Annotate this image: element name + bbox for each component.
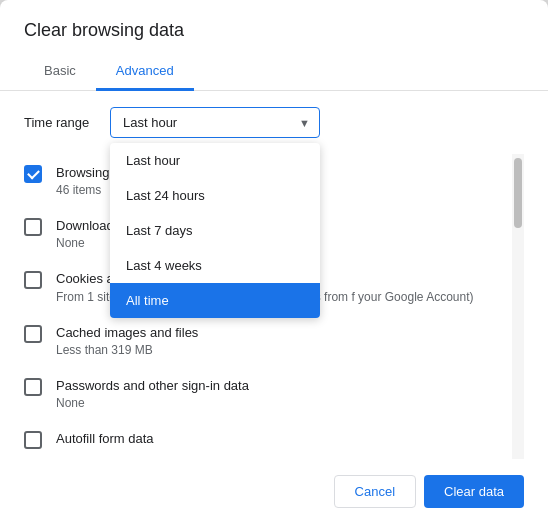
tab-bar: Basic Advanced [0, 53, 548, 91]
checkbox-label-autofill: Autofill form data [56, 430, 512, 448]
checkbox-text-cached-images: Cached images and files Less than 319 MB [56, 324, 512, 357]
clear-browsing-data-dialog: Clear browsing data Basic Advanced Time … [0, 0, 548, 514]
checkbox-sub-passwords: None [56, 396, 512, 410]
dialog-footer: Cancel Clear data [0, 459, 548, 514]
checkbox-label-cached-images: Cached images and files [56, 324, 512, 342]
checkbox-sub-cached-images: Less than 319 MB [56, 343, 512, 357]
option-last-24-hours[interactable]: Last 24 hours [110, 178, 320, 213]
time-range-row: Time range Last hour ▼ Last hour Last 24… [24, 107, 524, 138]
checkbox-passwords[interactable] [24, 378, 42, 396]
checkbox-download-history[interactable] [24, 218, 42, 236]
scroll-thumb [514, 158, 522, 228]
option-last-4-weeks[interactable]: Last 4 weeks [110, 248, 320, 283]
scrollbar[interactable] [512, 154, 524, 459]
dialog-title: Clear browsing data [0, 0, 548, 53]
clear-data-button[interactable]: Clear data [424, 475, 524, 508]
checkbox-browsing-history[interactable] [24, 165, 42, 183]
checkbox-text-passwords: Passwords and other sign-in data None [56, 377, 512, 410]
dialog-body: Time range Last hour ▼ Last hour Last 24… [0, 91, 548, 459]
option-last-hour[interactable]: Last hour [110, 143, 320, 178]
option-last-7-days[interactable]: Last 7 days [110, 213, 320, 248]
time-range-selected-value: Last hour [123, 115, 177, 130]
option-all-time[interactable]: All time [110, 283, 320, 318]
checkbox-autofill[interactable] [24, 431, 42, 449]
checkbox-cached-images[interactable] [24, 325, 42, 343]
time-range-select-button[interactable]: Last hour ▼ [110, 107, 320, 138]
tab-advanced[interactable]: Advanced [96, 53, 194, 91]
dropdown-arrow-icon: ▼ [299, 117, 310, 129]
checkbox-cookies[interactable] [24, 271, 42, 289]
checkbox-text-autofill: Autofill form data [56, 430, 512, 448]
cancel-button[interactable]: Cancel [334, 475, 416, 508]
checkbox-row-passwords: Passwords and other sign-in data None [24, 367, 512, 420]
time-range-dropdown: Last hour Last 24 hours Last 7 days Last… [110, 143, 320, 318]
checkbox-label-passwords: Passwords and other sign-in data [56, 377, 512, 395]
tab-basic[interactable]: Basic [24, 53, 96, 91]
checkbox-row-cached-images: Cached images and files Less than 319 MB [24, 314, 512, 367]
time-range-select-wrapper: Last hour ▼ Last hour Last 24 hours Last… [110, 107, 320, 138]
time-range-label: Time range [24, 115, 94, 130]
checkbox-row-autofill: Autofill form data [24, 420, 512, 459]
